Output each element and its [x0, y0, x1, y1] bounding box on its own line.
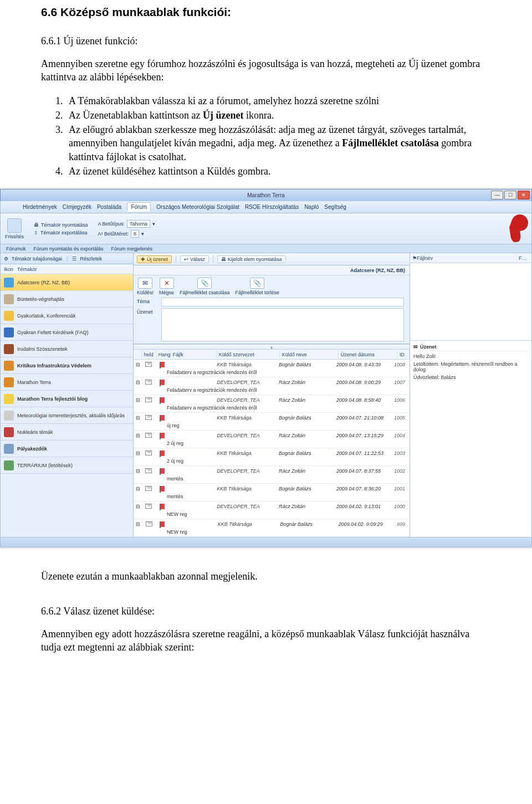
print-icon: 🖶 — [34, 222, 39, 228]
topic-row[interactable]: Meteorológiai ismeretterjesztés, aktuáli… — [1, 407, 133, 424]
message-row[interactable]: ⊟DEVELOPER_TEARácz Zoltán2009.04.07. 13:… — [134, 431, 410, 448]
col-id[interactable]: ID — [397, 350, 410, 359]
col-kuldo-szervezet[interactable]: Küldő szervezet — [217, 350, 280, 359]
collapse-icon[interactable]: ⊟ — [134, 450, 142, 456]
topic-row[interactable]: Kritikus Infrastruktúra Védelem — [1, 357, 133, 374]
topic-label: Meteorológiai ismeretterjesztés, aktuáli… — [17, 413, 133, 418]
tab-forumok[interactable]: Fórumok — [6, 246, 26, 252]
new-message-button[interactable]: ✚Új üzenet — [137, 255, 172, 263]
menu-naplo[interactable]: Napló — [304, 204, 319, 210]
step-1: A Témakörablakban válassza ki az a fórum… — [65, 94, 491, 107]
details-button[interactable]: Részletek — [80, 256, 102, 262]
delete-attachment-button[interactable]: 📎 Fájlmelléklet törlése — [236, 278, 280, 295]
topic-label: Irodalmi Szösszenetek — [17, 346, 133, 352]
topic-row[interactable]: TERRÁRIUM (letöltések) — [1, 457, 133, 474]
message-org: DEVELOPER_TEA — [214, 433, 277, 438]
envelope-icon — [145, 504, 152, 509]
collapse-icon[interactable]: ⊟ — [134, 486, 142, 491]
topic-row[interactable]: Gyakorlatok, Konferenciák — [1, 308, 133, 324]
col-held[interactable]: held — [142, 350, 156, 359]
menu-hirdetmenyek[interactable]: Hirdetmények — [23, 204, 57, 210]
topic-icon — [4, 411, 14, 421]
menu-postalada[interactable]: Postaláda — [97, 204, 121, 210]
menu-forum[interactable]: Fórum — [127, 202, 151, 212]
minimize-button[interactable]: — — [491, 191, 503, 199]
ribbon: Frissítés 🖶Témakör nyomtatása ⇪Témakör e… — [0, 213, 532, 244]
tab-megjelenes[interactable]: Fórum megjelenés — [111, 246, 153, 252]
message-sender: Bognár Balázs — [277, 415, 334, 421]
message-row[interactable]: ⊟KKB TitkárságaBognár Balázs2009.04.02. … — [134, 519, 410, 537]
preview-line-2: Üdvözlettel: Balázs — [413, 375, 528, 380]
reply-button[interactable]: ↩Válasz — [180, 255, 209, 263]
collapse-icon[interactable]: ⊟ — [134, 362, 142, 367]
message-row[interactable]: ⊟KKB TitkárságaBognár Balázs2009.04.07. … — [134, 484, 410, 501]
col-topic-header[interactable]: Témakör — [17, 267, 133, 272]
collapse-icon[interactable]: ⊟ — [134, 521, 142, 527]
topic-row[interactable]: Nukleáris témák — [1, 424, 133, 441]
collapse-icon[interactable]: ⊟ — [134, 433, 142, 438]
message-id: 999 — [395, 521, 410, 527]
col-kuldo-neve[interactable]: Küldő neve — [280, 350, 339, 359]
send-button[interactable]: ✉ Küldés! — [137, 278, 154, 295]
print-selected-button[interactable]: 🖶Kijelölt elem nyomtatása — [217, 255, 286, 263]
topic-row[interactable]: Marathon Terra — [1, 374, 133, 391]
new-message-label: Új üzenet — [147, 257, 168, 262]
menu-rsoe[interactable]: RSOE Hírszolgáltatás — [245, 204, 299, 210]
col-expand[interactable] — [134, 350, 142, 359]
menu-meteorologia[interactable]: Országos Meteorológiai Szolgálat — [156, 204, 239, 210]
refresh-button[interactable]: Frissítés — [5, 218, 24, 239]
body-textarea[interactable] — [161, 308, 404, 341]
message-id: 1001 — [392, 486, 410, 491]
col-uzenet-datuma[interactable]: Üzenet dátuma — [339, 350, 397, 359]
col-hang[interactable]: Hang — [156, 350, 171, 359]
col-fajlk[interactable]: Fájlk — [171, 350, 217, 359]
col-fajl-extra[interactable]: F… — [516, 255, 529, 261]
message-date: 2009.04.07. 11:22:53 — [334, 450, 392, 456]
menu-cimjegyzek[interactable]: Címjegyzék — [63, 204, 91, 210]
message-row[interactable]: ⊟KKB TitkárságaBognár Balázs2009.04.07. … — [134, 448, 410, 466]
col-icon-header[interactable]: Ikon — [1, 267, 17, 272]
topic-row[interactable]: Marathon Terra fejlesztői blog — [1, 391, 133, 407]
message-id: 1000 — [392, 504, 410, 509]
temakor-nyomtatasa-button[interactable]: 🖶Témakör nyomtatása — [34, 222, 88, 228]
message-row[interactable]: ⊟KKB TitkárságaBognár Balázs2009.04.07. … — [134, 413, 410, 431]
message-row[interactable]: ⊟KKB TitkárságaBognár Balázs2009.04.08. … — [134, 360, 410, 377]
collapse-icon[interactable]: ⊟ — [134, 468, 142, 474]
topic-icon — [4, 377, 14, 387]
subject-label: Téma — [137, 298, 161, 306]
tab-nyomtatas-exportalas[interactable]: Fórum nyomtatás és exportálás — [34, 246, 104, 252]
collapse-icon[interactable]: ⊟ — [134, 415, 142, 421]
cancel-button[interactable]: ✕ Mégse — [159, 278, 174, 295]
message-row[interactable]: ⊟DEVELOPER_TEARácz Zoltán2009.04.07. 8:3… — [134, 466, 410, 484]
maximize-button[interactable]: ☐ — [504, 191, 516, 199]
topic-row[interactable]: Adatcsere (RZ, NZ, BB) — [1, 274, 133, 291]
subject-input[interactable] — [161, 298, 404, 306]
message-row[interactable]: ⊟DEVELOPER_TEARácz Zoltán2009.04.08. 8:5… — [134, 395, 410, 413]
collapse-icon[interactable]: ⊟ — [134, 504, 142, 509]
close-button[interactable]: ✕ — [518, 191, 530, 199]
topic-row[interactable]: Gyakran Feltett Kérdések (FAQ) — [1, 324, 133, 341]
splitter-handle[interactable]: ▴ — [134, 344, 410, 350]
step-2-part-c: ikonra. — [243, 110, 274, 121]
font-type-dropdown[interactable]: Tahoma — [127, 220, 150, 228]
temakor-exportalasa-button[interactable]: ⇪Témakör exportálása — [34, 230, 88, 235]
collapse-icon[interactable]: ⊟ — [134, 397, 142, 403]
attach-icon: 📎 — [197, 278, 212, 289]
topic-properties-button[interactable]: Témakör tulajdonságai — [12, 256, 62, 262]
list-icon: ☰ — [72, 256, 76, 262]
topic-row[interactable]: Irodalmi Szösszenetek — [1, 341, 133, 357]
col-fajlnev[interactable]: Fájlnév — [417, 255, 516, 261]
attach-file-button[interactable]: 📎 Fájlmelléklet csatolása — [180, 278, 230, 295]
message-row[interactable]: ⊟DEVELOPER_TEARácz Zoltán2009.04.02. 9:1… — [134, 501, 410, 519]
export-icon: ⇪ — [34, 230, 38, 235]
message-row[interactable]: ⊟DEVELOPER_TEARácz Zoltán2009.04.08. 9:0… — [134, 377, 410, 395]
font-size-dropdown[interactable]: 8 — [131, 230, 139, 238]
menu-segitseg[interactable]: Segítség — [324, 204, 346, 210]
topic-row[interactable]: Büntetés-végrehajtás — [1, 291, 133, 308]
collapse-icon[interactable]: ⊟ — [134, 380, 142, 385]
topic-row[interactable]: Pályakezdők — [1, 441, 133, 457]
topic-icon — [4, 361, 14, 371]
message-id: 1005 — [392, 415, 410, 421]
heading-6-6-2: 6.6.2 Válasz üzenet küldése: — [41, 606, 491, 617]
message-date: 2009.04.08. 8:58:40 — [334, 397, 392, 403]
